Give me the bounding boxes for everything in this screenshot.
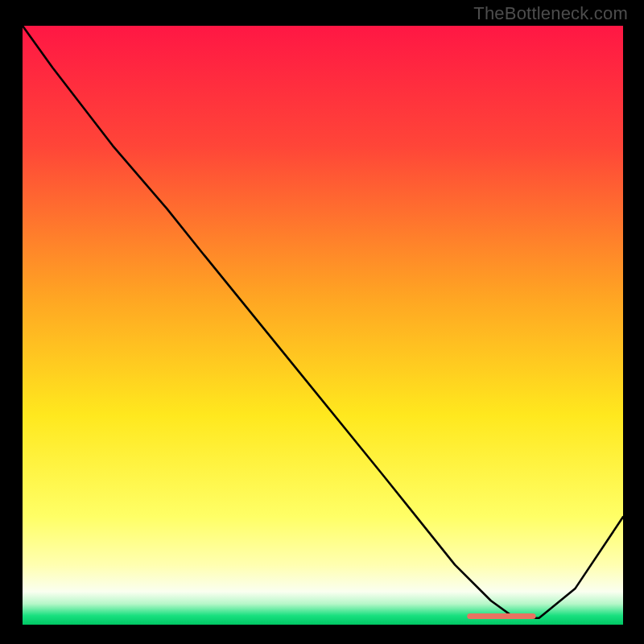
bottleneck-chart	[23, 26, 623, 625]
chart-frame: TheBottleneck.com	[0, 0, 644, 644]
plot-area	[23, 26, 623, 625]
gradient-background	[23, 26, 623, 625]
watermark-text: TheBottleneck.com	[473, 3, 628, 24]
